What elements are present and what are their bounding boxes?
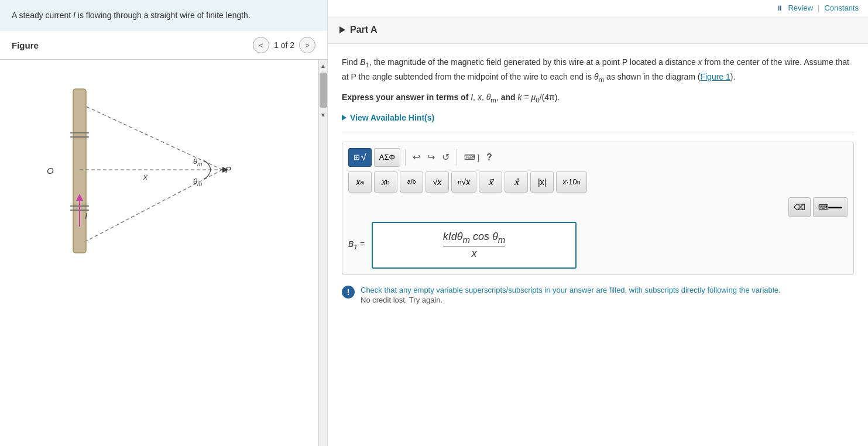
alert-icon: ! — [342, 286, 355, 299]
toolbar-row1: ⊞ √ ΑΣΦ ↩ ↪ ↺ ⌨ ] ? — [348, 148, 848, 167]
svg-text:x: x — [143, 172, 148, 181]
problem-description-main: Find B1, the magnitude of the magnetic f… — [342, 56, 854, 85]
svg-rect-0 — [73, 89, 86, 253]
matrix-button[interactable]: ⊞ √ — [348, 148, 372, 167]
fraction-button[interactable]: a/b — [400, 171, 423, 193]
answer-input-box[interactable]: kIdθm cos θm x — [372, 222, 577, 269]
nth-root-button[interactable]: n√x — [451, 171, 476, 193]
sqrt-icon: √ — [361, 152, 366, 163]
answer-input-row: B1 = kIdθm cos θm x — [348, 222, 848, 269]
figure-section: Figure < 1 of 2 > — [0, 31, 327, 446]
undo-button[interactable]: ↩ — [410, 148, 423, 167]
figure-header: Figure < 1 of 2 > — [0, 31, 327, 60]
scroll-up-arrow[interactable]: ▲ — [319, 60, 328, 71]
part-collapse-toggle[interactable] — [339, 26, 345, 33]
figure-1-link[interactable]: Figure 1 — [700, 72, 730, 81]
figure-svg: I O x P θm — [12, 71, 281, 270]
svg-text:θm: θm — [193, 157, 202, 167]
svg-text:I: I — [85, 211, 87, 221]
hat-button[interactable]: x̂ — [505, 171, 528, 193]
superscript-button[interactable]: xa — [348, 171, 372, 193]
abs-button[interactable]: |x| — [530, 171, 554, 193]
answer-equals-label: B1 = — [348, 239, 365, 251]
backspace-button[interactable]: ⌫ — [788, 197, 811, 217]
page-indicator: 1 of 2 — [274, 40, 294, 50]
sci-notation-button[interactable]: x·10n — [556, 171, 587, 193]
problem-description: A steady current I is flowing through a … — [0, 0, 327, 31]
review-link[interactable]: Review — [788, 4, 813, 12]
svg-line-12 — [86, 107, 222, 170]
left-panel: A steady current I is flowing through a … — [0, 0, 328, 446]
alert-content: Check that any empty variable superscrip… — [361, 284, 854, 305]
sqrt-button[interactable]: √x — [426, 171, 449, 193]
top-bar: ⏸ Review | Constants — [328, 0, 868, 16]
toolbar-separator-2 — [457, 149, 457, 166]
subscript-button[interactable]: xb — [374, 171, 397, 193]
math-fraction-display: kIdθm cos θm x — [443, 231, 506, 260]
part-a-header: Part A — [328, 16, 868, 44]
fraction-numerator: kIdθm cos θm — [443, 231, 506, 246]
divider — [342, 132, 854, 132]
alert-sub-text: No credit lost. Try again. — [361, 296, 854, 304]
help-button[interactable]: ? — [484, 148, 495, 167]
hint-triangle-icon — [342, 115, 346, 121]
alpha-sigma-phi-button[interactable]: ΑΣΦ — [374, 148, 400, 167]
hint-text: View Available Hint(s) — [350, 113, 434, 122]
part-label: Part A — [350, 25, 378, 35]
top-bar-separator: | — [818, 4, 819, 12]
extra-buttons-row: ⌫ ⌨▬▬▬ — [348, 197, 848, 217]
prev-figure-button[interactable]: < — [253, 37, 269, 53]
svg-text:θm: θm — [193, 177, 202, 187]
figure-title: Figure — [12, 40, 39, 50]
figure-content: I O x P θm — [0, 60, 327, 446]
scroll-down-arrow[interactable]: ▼ — [319, 109, 328, 121]
scroll-thumb[interactable] — [320, 73, 327, 108]
constants-link[interactable]: Constants — [824, 4, 859, 12]
matrix-icon: ⊞ — [354, 153, 360, 162]
pause-icon: ⏸ — [776, 4, 783, 12]
hint-line[interactable]: View Available Hint(s) — [342, 113, 854, 122]
right-panel: ⏸ Review | Constants Part A Find B1, the… — [328, 0, 868, 446]
alert-main-text: Check that any empty variable superscrip… — [361, 284, 854, 296]
svg-text:O: O — [47, 166, 54, 176]
alert-box: ! Check that any empty variable superscr… — [342, 284, 854, 305]
part-body: Find B1, the magnitude of the magnetic f… — [328, 44, 868, 323]
next-figure-button[interactable]: > — [299, 37, 315, 53]
fraction-denominator: x — [471, 248, 476, 260]
redo-button[interactable]: ↪ — [425, 148, 437, 167]
math-symbols-row: xa xb a/b √x n√x x⃗ x̂ |x| x·10n — [348, 171, 848, 193]
full-keyboard-button[interactable]: ⌨▬▬▬ — [813, 197, 848, 217]
answer-area: ⊞ √ ΑΣΦ ↩ ↪ ↺ ⌨ ] ? xa xb a/b √x n√x x⃗ — [342, 142, 854, 275]
reset-button[interactable]: ↺ — [440, 148, 452, 167]
keyboard-button[interactable]: ⌨ ] — [462, 148, 482, 167]
figure-canvas: I O x P θm — [0, 60, 318, 446]
scrollbar[interactable]: ▲ ▼ — [318, 60, 327, 446]
figure-nav: < 1 of 2 > — [253, 37, 315, 53]
toolbar-separator-1 — [405, 149, 406, 166]
express-terms-line: Express your answer in terms of I, x, θm… — [342, 92, 854, 104]
vector-button[interactable]: x⃗ — [479, 171, 502, 193]
